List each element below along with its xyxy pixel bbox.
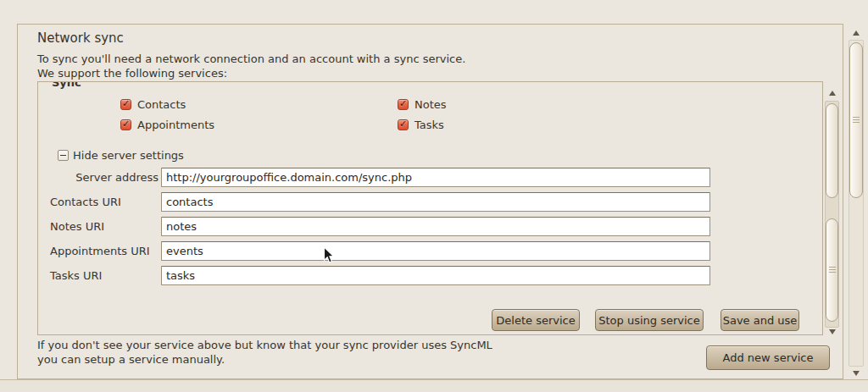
inner-scrollbar[interactable] bbox=[824, 86, 840, 338]
delete-service-button[interactable]: Delete service bbox=[492, 309, 580, 331]
appointments-checkbox[interactable]: ✓ bbox=[120, 119, 131, 130]
check-icon: ✓ bbox=[122, 99, 130, 108]
intro-text-line1: To sync you'll need a network connection… bbox=[37, 52, 465, 65]
inner-scrollbar-segment[interactable] bbox=[826, 103, 838, 198]
inner-scrollbar-trough[interactable] bbox=[825, 101, 839, 328]
sync-group-label: Sync bbox=[52, 81, 81, 89]
notes-uri-input[interactable] bbox=[161, 217, 710, 236]
server-address-label: Server address bbox=[50, 171, 159, 184]
check-icon: ✓ bbox=[399, 99, 407, 108]
inner-scrollbar-thumb[interactable] bbox=[826, 218, 838, 322]
page-title: Network sync bbox=[37, 30, 124, 46]
contacts-checkbox-label: Contacts bbox=[137, 98, 186, 111]
checkbox-row-contacts: ✓ Contacts bbox=[120, 97, 186, 111]
checkbox-row-notes: ✓ Notes bbox=[398, 97, 447, 111]
tasks-checkbox-label: Tasks bbox=[415, 119, 444, 131]
footer-text-line1: If you don't see your service above but … bbox=[37, 339, 492, 351]
service-settings-viewport: Sync ✓ Contacts ✓ Appointments ✓ Notes ✓… bbox=[37, 81, 823, 335]
tasks-uri-label: Tasks URI bbox=[50, 269, 159, 282]
scroll-up-icon[interactable] bbox=[829, 91, 836, 96]
appointments-uri-label: Appointments URI bbox=[50, 245, 159, 257]
expander-label: Hide server settings bbox=[73, 149, 184, 162]
scroll-up-icon[interactable] bbox=[853, 30, 860, 36]
tasks-checkbox[interactable]: ✓ bbox=[398, 119, 409, 130]
save-and-use-button[interactable]: Save and use bbox=[721, 309, 799, 331]
grip-icon bbox=[853, 117, 860, 124]
grip-icon bbox=[829, 267, 836, 273]
notes-checkbox[interactable]: ✓ bbox=[398, 99, 409, 110]
appointments-checkbox-label: Appointments bbox=[137, 119, 214, 131]
check-icon: ✓ bbox=[399, 119, 407, 129]
contacts-uri-label: Contacts URI bbox=[50, 196, 159, 208]
server-settings-expander[interactable]: Hide server settings bbox=[58, 149, 184, 162]
intro-text-line2: We support the following services: bbox=[37, 67, 227, 80]
checkbox-row-appointments: ✓ Appointments bbox=[120, 118, 214, 131]
window-scrollbar-thumb[interactable] bbox=[849, 42, 863, 198]
collapse-expander-button[interactable] bbox=[58, 150, 69, 161]
window-scrollbar-trough[interactable] bbox=[849, 40, 864, 367]
notes-uri-label: Notes URI bbox=[50, 220, 159, 233]
scroll-down-icon[interactable] bbox=[829, 329, 836, 334]
server-address-input[interactable] bbox=[161, 168, 710, 187]
network-sync-panel: Network sync To sync you'll need a netwo… bbox=[17, 24, 843, 379]
stop-using-service-button[interactable]: Stop using service bbox=[595, 309, 704, 331]
scroll-down-icon[interactable] bbox=[853, 371, 860, 376]
window-scrollbar[interactable] bbox=[848, 27, 865, 378]
checkbox-row-tasks: ✓ Tasks bbox=[398, 118, 444, 131]
bottom-strip bbox=[0, 380, 868, 392]
appointments-uri-input[interactable] bbox=[161, 241, 710, 261]
check-icon: ✓ bbox=[122, 119, 130, 129]
add-new-service-button[interactable]: Add new service bbox=[706, 345, 830, 370]
tasks-uri-input[interactable] bbox=[161, 266, 710, 285]
mouse-cursor-icon bbox=[323, 246, 335, 265]
contacts-uri-input[interactable] bbox=[161, 192, 710, 212]
notes-checkbox-label: Notes bbox=[415, 98, 447, 111]
contacts-checkbox[interactable]: ✓ bbox=[120, 99, 131, 110]
footer-text-line2: you can setup a service manually. bbox=[37, 353, 225, 366]
minus-icon bbox=[60, 155, 66, 156]
